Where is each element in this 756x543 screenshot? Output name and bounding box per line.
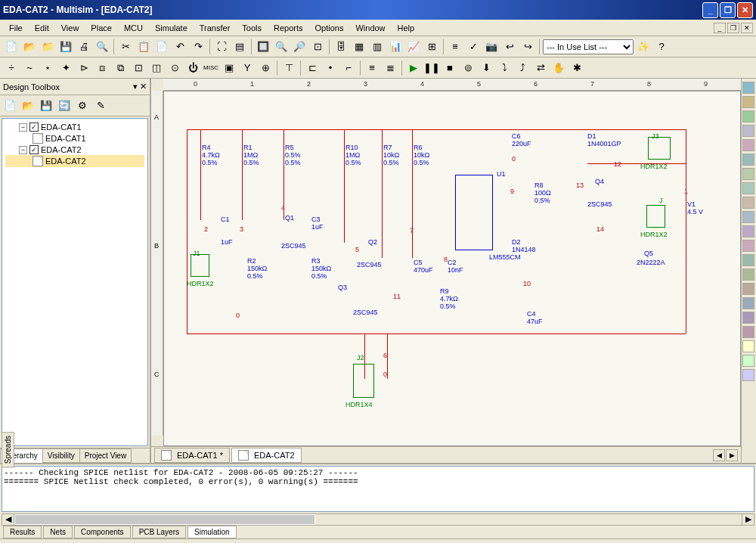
agilent-mm-icon[interactable] bbox=[742, 297, 754, 309]
minimize-button[interactable]: _ bbox=[702, 2, 718, 18]
diode-icon[interactable]: ⋆ bbox=[39, 60, 56, 76]
undo-icon[interactable]: ↶ bbox=[172, 39, 188, 55]
grid-icon[interactable]: ▦ bbox=[351, 39, 367, 55]
electromech-icon[interactable]: ⊕ bbox=[257, 60, 274, 76]
breakpoint-icon[interactable]: ✋ bbox=[550, 60, 567, 76]
mdi-restore-button[interactable]: ❐ bbox=[727, 23, 739, 33]
tab-results[interactable]: Results bbox=[3, 526, 42, 538]
zoom-fit-icon[interactable]: ⊡ bbox=[309, 39, 326, 55]
menu-tools[interactable]: Tools bbox=[236, 22, 268, 34]
tree-item-eda-cat1-doc[interactable]: EDA-CAT1 bbox=[5, 132, 144, 144]
component-c3[interactable]: C31uF bbox=[311, 216, 324, 231]
mdi-close-button[interactable]: ✕ bbox=[741, 23, 753, 33]
menu-file[interactable]: File bbox=[3, 22, 29, 34]
component-r3[interactable]: R3150kΩ0.5% bbox=[311, 258, 331, 281]
junction-icon[interactable]: • bbox=[322, 60, 339, 76]
database-icon[interactable]: 🗄 bbox=[333, 39, 349, 55]
print-icon[interactable]: 🖨 bbox=[76, 39, 92, 55]
sim-settings-icon[interactable]: ⊚ bbox=[460, 60, 476, 76]
tek-scope-icon[interactable] bbox=[742, 326, 754, 338]
misc-icon[interactable]: MISC bbox=[203, 60, 219, 76]
rf-icon[interactable]: Y bbox=[239, 60, 256, 76]
component-r10[interactable]: R101MΩ0.5% bbox=[345, 144, 361, 167]
agilent-scope-icon[interactable] bbox=[742, 312, 754, 324]
tab-scroll-left-icon[interactable]: ◀ bbox=[713, 449, 725, 461]
component-r9[interactable]: R94.7kΩ0.5% bbox=[440, 288, 458, 311]
spreadsheet2-icon[interactable]: ▥ bbox=[369, 39, 386, 55]
component-c2[interactable]: C210nF bbox=[448, 259, 463, 275]
basic-icon[interactable]: ~ bbox=[21, 60, 38, 76]
component-j2[interactable] bbox=[353, 364, 374, 398]
component-r1[interactable]: R11MΩ0.5% bbox=[243, 144, 259, 167]
component-j[interactable] bbox=[646, 205, 665, 228]
spice-output-log[interactable]: ------ Checking SPICE netlist for EDA-CA… bbox=[2, 466, 754, 512]
tab-pcb-layers[interactable]: PCB Layers bbox=[132, 526, 186, 538]
spreadsheet-icon[interactable]: ▤ bbox=[231, 39, 248, 55]
menu-help[interactable]: Help bbox=[392, 22, 421, 34]
component-c5[interactable]: C5470uF bbox=[414, 259, 433, 275]
component-q2[interactable]: Q2 bbox=[368, 239, 377, 247]
scrollbar-thumb[interactable] bbox=[14, 514, 315, 525]
component-r2[interactable]: R2150kΩ0.5% bbox=[247, 258, 267, 281]
tab-components[interactable]: Components bbox=[74, 526, 131, 538]
step-into-icon[interactable]: ⬇ bbox=[478, 60, 494, 76]
word-gen-icon[interactable] bbox=[742, 182, 754, 194]
maximize-button[interactable]: ❐ bbox=[720, 2, 736, 18]
list-icon[interactable]: ≡ bbox=[447, 39, 463, 55]
iv-analyzer-icon[interactable] bbox=[742, 225, 754, 237]
component-q3[interactable]: Q3 bbox=[338, 284, 347, 292]
distortion-icon[interactable] bbox=[742, 240, 754, 252]
component-u1[interactable] bbox=[455, 175, 493, 250]
current-probe-icon[interactable] bbox=[742, 369, 754, 381]
save-icon[interactable]: 💾 bbox=[57, 39, 74, 55]
source-icon[interactable]: ÷ bbox=[3, 60, 20, 76]
toggle-icon[interactable]: ⇄ bbox=[532, 60, 549, 76]
in-use-list-dropdown[interactable]: --- In Use List --- bbox=[543, 39, 634, 54]
logic-converter-icon[interactable] bbox=[742, 211, 754, 223]
schematic-canvas[interactable]: R44.7kΩ0.5% R11MΩ0.5% R50.5%0.5% R101MΩ0… bbox=[163, 91, 741, 446]
agilent-fg-icon[interactable] bbox=[742, 283, 754, 295]
zoom-region-icon[interactable]: 🔲 bbox=[255, 39, 271, 55]
tab-project-view[interactable]: Project View bbox=[79, 448, 132, 463]
spreadsheet-tab[interactable]: Spreads bbox=[2, 432, 14, 467]
step-over-icon[interactable]: ⤵ bbox=[496, 60, 513, 76]
open-icon[interactable]: 📂 bbox=[21, 39, 38, 55]
scroll-right-icon[interactable]: ▶ bbox=[742, 514, 754, 525]
component-q1[interactable]: Q1 bbox=[285, 215, 294, 222]
close-button[interactable]: ✕ bbox=[737, 2, 753, 18]
pause-icon[interactable]: ❚❚ bbox=[423, 60, 440, 76]
oscilloscope-icon[interactable] bbox=[742, 125, 754, 137]
paste-icon[interactable]: 📄 bbox=[153, 39, 170, 55]
capture-icon[interactable]: 📷 bbox=[483, 39, 500, 55]
analog-icon[interactable]: ⊳ bbox=[76, 60, 92, 76]
trace-icon[interactable]: ✱ bbox=[569, 60, 585, 76]
properties-icon[interactable]: ⚙ bbox=[74, 98, 91, 114]
menu-view[interactable]: View bbox=[55, 22, 85, 34]
tree-item-eda-cat1[interactable]: − ✓ EDA-CAT1 bbox=[5, 122, 144, 132]
tree-item-eda-cat2-doc[interactable]: EDA-CAT2 bbox=[5, 155, 144, 167]
forward-annotate-icon[interactable]: ↪ bbox=[519, 39, 536, 55]
cut-icon[interactable]: ✂ bbox=[117, 39, 134, 55]
scroll-left-icon[interactable]: ◀ bbox=[2, 514, 14, 525]
output-scrollbar[interactable]: ◀ ▶ bbox=[2, 514, 754, 526]
mdi-minimize-button[interactable]: _ bbox=[714, 23, 726, 33]
component-r6[interactable]: R610kΩ0.5% bbox=[414, 144, 429, 167]
open-design-icon[interactable]: 📂 bbox=[20, 98, 36, 114]
new-icon[interactable]: 📄 bbox=[3, 39, 20, 55]
zoom-in-icon[interactable]: 🔍 bbox=[273, 39, 290, 55]
save-design-icon[interactable]: 💾 bbox=[38, 98, 54, 114]
cmos-icon[interactable]: ⧉ bbox=[112, 60, 129, 76]
postprocessor-icon[interactable]: 📈 bbox=[405, 39, 422, 55]
function-gen-icon[interactable] bbox=[742, 96, 754, 108]
tab-visibility[interactable]: Visibility bbox=[42, 448, 80, 463]
help-icon[interactable]: ? bbox=[653, 39, 670, 55]
elec-rules-icon[interactable]: ✓ bbox=[465, 39, 482, 55]
refresh-icon[interactable]: 🔄 bbox=[56, 98, 73, 114]
wizard-icon[interactable]: ✨ bbox=[635, 39, 652, 55]
comment-icon[interactable]: ≣ bbox=[382, 60, 398, 76]
menu-reports[interactable]: Reports bbox=[268, 22, 309, 34]
text-icon[interactable]: ≡ bbox=[364, 60, 380, 76]
back-annotate-icon[interactable]: ↩ bbox=[501, 39, 518, 55]
network-icon[interactable] bbox=[742, 268, 754, 281]
misc-digital-icon[interactable]: ⊡ bbox=[130, 60, 147, 76]
